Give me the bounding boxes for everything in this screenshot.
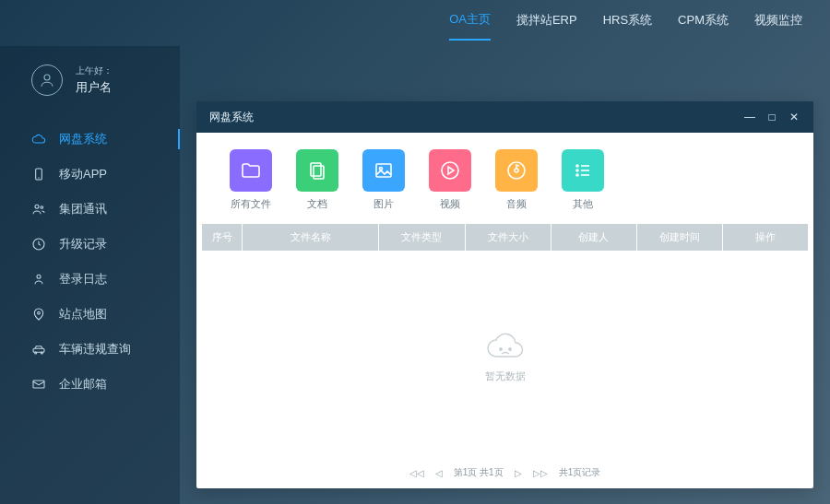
- empty-text: 暂无数据: [485, 369, 526, 383]
- disk-panel: 网盘系统 — □ ✕ 所有文件 文档: [196, 101, 813, 488]
- sidebar-item-label: 移动APP: [59, 166, 107, 182]
- sidebar-item-log[interactable]: 登录日志: [0, 262, 180, 297]
- pager-last-icon[interactable]: ▷▷: [533, 468, 548, 478]
- sidebar-item-car[interactable]: 车辆违规查询: [0, 332, 180, 367]
- svg-point-18: [515, 169, 518, 172]
- pager-record-info: 共1页记录: [559, 466, 601, 479]
- user-text: 上午好： 用户名: [76, 64, 113, 96]
- nav-oa-home[interactable]: OA主页: [449, 6, 491, 41]
- contacts-icon: [31, 202, 46, 217]
- file-table: 序号 文件名称 文件类型 文件大小 创建人 创建时间 操作: [202, 224, 808, 251]
- audio-icon: [495, 149, 538, 192]
- cat-label: 其他: [573, 197, 593, 211]
- pager-first-icon[interactable]: ◁◁: [409, 468, 424, 478]
- log-icon: [31, 272, 46, 287]
- col-time: 创建时间: [637, 224, 723, 251]
- nav-cpm[interactable]: CPM系统: [678, 6, 729, 40]
- sidebar-item-label: 网盘系统: [59, 131, 107, 147]
- sidebar-item-label: 升级记录: [59, 236, 107, 252]
- image-icon: [362, 149, 405, 192]
- sidebar-item-label: 企业邮箱: [59, 376, 107, 393]
- table-header: 序号 文件名称 文件类型 文件大小 创建人 创建时间 操作: [202, 224, 808, 251]
- folder-icon: [230, 149, 272, 192]
- pager-prev-icon[interactable]: ◁: [435, 468, 443, 478]
- cat-doc[interactable]: 文档: [296, 149, 338, 211]
- cat-other[interactable]: 其他: [562, 149, 604, 211]
- svg-point-4: [41, 206, 43, 209]
- cat-all[interactable]: 所有文件: [230, 149, 272, 211]
- window-controls: — □ ✕: [743, 111, 800, 123]
- document-icon: [296, 149, 338, 192]
- sidebar-item-contacts[interactable]: 集团通讯: [0, 192, 180, 227]
- sitemap-icon: [31, 307, 46, 322]
- svg-point-6: [37, 275, 41, 278]
- close-icon[interactable]: ✕: [788, 111, 800, 123]
- svg-rect-11: [33, 381, 44, 388]
- sidebar-item-disk[interactable]: 网盘系统: [0, 122, 180, 157]
- col-name: 文件名称: [243, 224, 379, 251]
- sidebar-item-update[interactable]: 升级记录: [0, 227, 180, 262]
- sidebar-item-label: 站点地图: [59, 306, 107, 322]
- sidebar-item-label: 集团通讯: [59, 201, 107, 217]
- col-creator: 创建人: [551, 224, 637, 251]
- cat-label: 文档: [307, 197, 327, 211]
- cat-label: 图片: [374, 197, 394, 211]
- nav-hrs[interactable]: HRS系统: [603, 6, 652, 40]
- svg-rect-14: [376, 164, 391, 177]
- svg-point-0: [44, 75, 50, 80]
- svg-point-7: [38, 311, 41, 314]
- cloud-icon: [31, 132, 46, 147]
- svg-point-9: [35, 352, 37, 354]
- pager-next-icon[interactable]: ▷: [515, 468, 522, 478]
- pager-page-info: 第1页 共1页: [454, 466, 504, 479]
- minimize-icon[interactable]: —: [743, 111, 756, 123]
- sidebar: 上午好： 用户名 网盘系统 移动APP 集团通讯 升级记录 登录日志 站点地图: [0, 46, 180, 504]
- svg-rect-12: [311, 163, 321, 176]
- cat-video[interactable]: 视频: [429, 149, 471, 211]
- nav-erp[interactable]: 搅拌站ERP: [516, 6, 577, 40]
- col-idx: 序号: [202, 224, 243, 251]
- col-size: 文件大小: [466, 224, 551, 251]
- col-type: 文件类型: [379, 224, 465, 251]
- maximize-icon[interactable]: □: [765, 111, 778, 123]
- panel-title: 网盘系统: [209, 110, 254, 125]
- nav-video[interactable]: 视频监控: [754, 6, 802, 40]
- svg-point-25: [499, 347, 501, 349]
- svg-point-19: [576, 165, 578, 167]
- video-icon: [429, 149, 471, 192]
- empty-state: 暂无数据: [196, 251, 813, 459]
- category-row: 所有文件 文档 图片: [196, 133, 813, 224]
- content: 网盘系统 — □ ✕ 所有文件 文档: [180, 46, 830, 504]
- cat-audio[interactable]: 音频: [495, 149, 538, 211]
- cat-label: 视频: [440, 197, 460, 211]
- username: 用户名: [76, 79, 113, 96]
- svg-point-3: [35, 205, 39, 208]
- sidebar-item-sitemap[interactable]: 站点地图: [0, 297, 180, 332]
- svg-point-10: [41, 352, 42, 354]
- update-icon: [31, 237, 46, 252]
- sidebar-item-label: 登录日志: [59, 271, 107, 287]
- svg-point-21: [576, 170, 578, 171]
- sidebar-item-label: 车辆违规查询: [59, 341, 131, 357]
- mail-icon: [31, 377, 46, 392]
- sidebar-item-app[interactable]: 移动APP: [0, 157, 180, 192]
- list-icon: [562, 149, 604, 192]
- avatar: [31, 64, 63, 96]
- svg-rect-13: [314, 166, 324, 179]
- svg-point-26: [508, 347, 510, 349]
- svg-point-16: [442, 162, 458, 179]
- greeting: 上午好：: [76, 64, 113, 77]
- car-icon: [31, 342, 46, 357]
- mobile-icon: [31, 167, 46, 182]
- col-act: 操作: [723, 224, 808, 251]
- top-nav: OA主页 搅拌站ERP HRS系统 CPM系统 视频监控: [0, 0, 830, 46]
- empty-cloud-icon: [483, 327, 528, 364]
- cat-image[interactable]: 图片: [362, 149, 405, 211]
- pager: ◁◁ ◁ 第1页 共1页 ▷ ▷▷ 共1页记录: [196, 459, 813, 488]
- cat-label: 音频: [506, 197, 527, 211]
- cat-label: 所有文件: [231, 197, 271, 211]
- sidebar-item-mail[interactable]: 企业邮箱: [0, 367, 180, 402]
- panel-titlebar: 网盘系统 — □ ✕: [196, 101, 813, 133]
- svg-rect-8: [33, 348, 44, 352]
- user-block: 上午好： 用户名: [0, 64, 180, 122]
